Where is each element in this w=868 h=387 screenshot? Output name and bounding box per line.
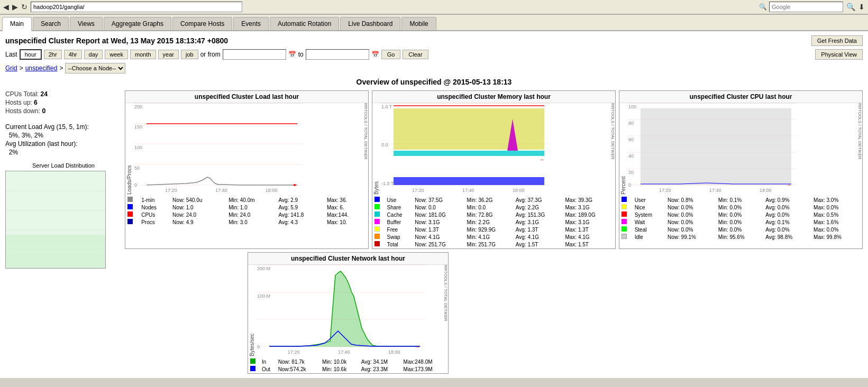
to-date-input[interactable]: [306, 49, 369, 60]
or-from-label: or from: [200, 51, 221, 58]
from-date-input[interactable]: [223, 49, 286, 60]
svg-text:150: 150: [134, 124, 142, 130]
breadcrumb-sep2: >: [59, 64, 63, 72]
dashboard-layout: CPUs Total: 24 Hosts up: 6 Hosts down: 0…: [5, 90, 863, 374]
address-input[interactable]: [31, 2, 242, 12]
physical-view-button[interactable]: Physical View: [815, 49, 863, 60]
tab-automatic-rotation[interactable]: Automatic Rotation: [270, 17, 339, 30]
svg-text:0: 0: [628, 182, 631, 188]
search-button[interactable]: 🔍: [846, 3, 855, 11]
tabs-bar: Main Search Views Aggregate Graphs Compa…: [0, 15, 868, 31]
svg-text:100: 100: [628, 104, 636, 109]
cpu-legend: UserNow: 0.8%Min: 0.1%Avg: 0.9%Max: 3.0%…: [619, 196, 862, 241]
time-btn-job[interactable]: job: [181, 50, 198, 59]
memory-chart-svg: 1.0 T 0.0 -1.0 T: [380, 103, 610, 196]
svg-marker-32: [394, 108, 544, 150]
search-input[interactable]: [769, 2, 843, 12]
clear-button[interactable]: Clear: [403, 50, 428, 59]
current-load-value: 5%, 3%, 2%: [5, 132, 122, 139]
svg-text:→: →: [415, 344, 420, 349]
current-load-row: Current Load Avg (15, 5, 1m):: [5, 123, 122, 131]
left-panel: CPUs Total: 24 Hosts up: 6 Hosts down: 0…: [5, 90, 122, 374]
svg-text:17:40: 17:40: [462, 188, 474, 193]
back-button[interactable]: ◀: [3, 3, 9, 11]
network-chart-svg: 200 M 100 M 0 17:20 17:40: [256, 265, 443, 357]
calendar-from-icon[interactable]: 📅: [288, 51, 296, 58]
avg-util-label: Avg Utilization (last hour):: [5, 140, 78, 148]
cpu-side-label: RRTOOLS / TOTAL DETIKER: [857, 103, 862, 196]
cpu-y-label: Percent: [619, 103, 627, 196]
memory-legend: UseNow: 37.5GMin: 36.2GAvg: 37.3GMax: 39…: [372, 196, 615, 248]
time-btn-4hr[interactable]: 4hr: [64, 50, 82, 59]
cpus-total-row: CPUs Total: 24: [5, 90, 122, 98]
time-btn-hour[interactable]: hour: [20, 49, 42, 60]
tab-aggregate-graphs[interactable]: Aggregate Graphs: [104, 17, 171, 30]
network-y-label: Bytes/sec: [248, 265, 256, 357]
svg-text:1.0 T: 1.0 T: [381, 104, 392, 109]
tab-compare-hosts[interactable]: Compare Hosts: [172, 17, 232, 30]
time-btn-day[interactable]: day: [84, 50, 103, 59]
reload-button[interactable]: ↻: [21, 3, 28, 11]
svg-text:17:20: 17:20: [659, 188, 671, 193]
svg-text:0.0: 0.0: [381, 142, 388, 148]
cpus-total-label: CPUs Total:: [5, 90, 39, 98]
load-chart-title: unspecified Cluster Load last hour: [125, 91, 368, 103]
tab-live-dashboard[interactable]: Live Dashboard: [340, 17, 400, 30]
network-legend: InNow: 81.7kMin: 10.0kAvg: 34.1MMax:248.…: [248, 357, 448, 373]
time-btn-week[interactable]: week: [105, 50, 128, 59]
svg-text:200: 200: [134, 104, 142, 109]
search-box: 🔍: [759, 2, 843, 12]
load-chart-panel: unspecified Cluster Load last hour Loads…: [125, 90, 369, 249]
svg-text:18:00: 18:00: [760, 188, 772, 193]
node-select[interactable]: --Choose a Node--: [65, 63, 125, 73]
time-btn-2hr[interactable]: 2hr: [44, 50, 62, 59]
svg-text:0: 0: [257, 344, 260, 349]
forward-button[interactable]: ▶: [12, 3, 18, 11]
svg-point-22: [294, 184, 296, 186]
tab-mobile[interactable]: Mobile: [401, 17, 436, 30]
time-btn-year[interactable]: year: [158, 50, 179, 59]
time-controls: Last hour 2hr 4hr day week month year jo…: [5, 49, 863, 60]
last-label: Last: [5, 51, 17, 58]
load-legend: 1-minNow: 540.0uMin: 40.0mAvg: 2.9Max: 3…: [125, 196, 368, 226]
tab-search[interactable]: Search: [33, 17, 69, 30]
tab-main[interactable]: Main: [2, 17, 32, 31]
cluster-title: unspecified Cluster Report at Wed, 13 Ma…: [5, 36, 228, 45]
calendar-to-icon[interactable]: 📅: [371, 51, 379, 58]
svg-marker-52: [641, 108, 791, 185]
hosts-up-value: 6: [34, 99, 38, 106]
svg-text:100 M: 100 M: [257, 293, 270, 299]
network-chart-panel: unspecified Cluster Network last hour By…: [248, 252, 449, 374]
address-bar: ◀ ▶ ↻ 🔍 🔍 ⬇: [0, 0, 868, 14]
cpus-total-value: 24: [40, 90, 47, 98]
network-side-label: RRTOOLS / TOTAL DETIKER: [443, 265, 448, 357]
breadcrumb-cluster[interactable]: unspecified: [25, 64, 58, 72]
time-btn-month[interactable]: month: [130, 50, 156, 59]
hosts-up-label: Hosts up:: [5, 99, 32, 106]
load-y-label: Loads/Procs: [125, 103, 133, 196]
load-chart-svg: 200 150 100 50 0 17:20 17:40: [133, 103, 363, 196]
svg-text:→: →: [539, 156, 544, 162]
tab-events[interactable]: Events: [233, 17, 269, 30]
memory-chart-title: unspecified Cluster Memory last hour: [372, 91, 615, 103]
hosts-up-row: Hosts up: 6: [5, 99, 122, 106]
svg-text:40: 40: [628, 153, 634, 159]
load-dist-title: Server Load Distribution: [5, 162, 122, 169]
tab-views[interactable]: Views: [70, 17, 103, 30]
bottom-charts: unspecified Cluster Network last hour By…: [125, 252, 863, 374]
svg-text:100: 100: [134, 145, 142, 150]
downloads-button[interactable]: ⬇: [858, 3, 865, 11]
load-side-label: RRTOOLS / TOTAL DETIKER: [363, 103, 368, 196]
get-fresh-data-button[interactable]: Get Fresh Data: [811, 35, 863, 46]
current-load-label: Current Load Avg (15, 5, 1m):: [5, 123, 89, 131]
breadcrumb-grid[interactable]: Grid: [5, 64, 17, 72]
cpu-chart-svg: 100 80 60 40 20 0 17:20 17:: [627, 103, 857, 196]
svg-text:17:40: 17:40: [215, 188, 227, 193]
go-button[interactable]: Go: [381, 50, 401, 59]
svg-text:60: 60: [628, 137, 634, 142]
svg-text:18:00: 18:00: [388, 349, 400, 355]
main-content: unspecified Cluster Report at Wed, 13 Ma…: [0, 31, 868, 378]
svg-text:17:40: 17:40: [709, 188, 721, 193]
to-label: to: [298, 51, 304, 58]
svg-rect-5: [6, 235, 106, 269]
